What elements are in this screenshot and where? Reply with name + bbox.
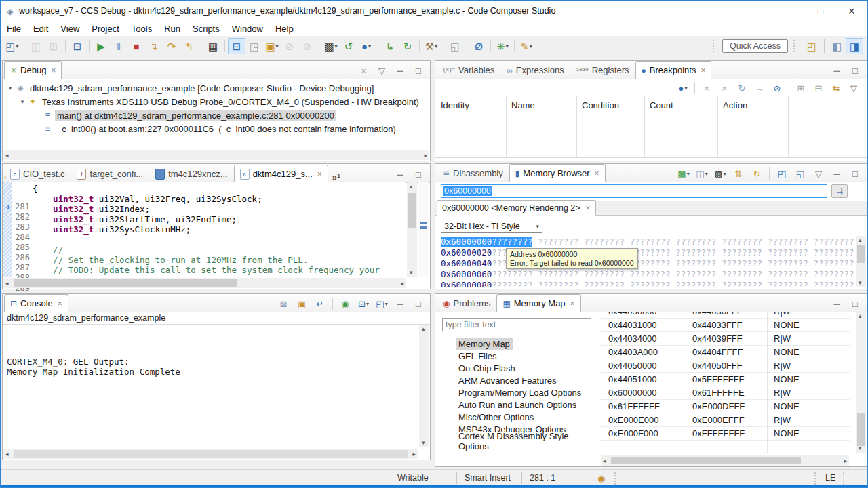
clear-console-button[interactable]: ⊠	[275, 296, 292, 312]
tab-breakpoints[interactable]: ● Breakpoints ×	[635, 61, 712, 79]
maximize-button[interactable]: □	[846, 296, 864, 312]
list-item[interactable]: ARM Advanced Features	[456, 374, 598, 386]
minimize-window-button[interactable]: –	[774, 1, 805, 21]
connect-target-button[interactable]: ⊟	[228, 38, 245, 54]
memory-address-cell[interactable]: 0x60000080	[441, 280, 492, 288]
maximize-button[interactable]: □	[410, 62, 427, 79]
close-tab-icon[interactable]: ×	[317, 169, 322, 179]
memory-address-input[interactable]: 0x60000000	[441, 184, 827, 198]
dropdown-caret-icon[interactable]: ▾	[705, 171, 708, 177]
view-menu-button[interactable]: ▽	[373, 62, 391, 79]
code-line[interactable]: uint32_t ui32StartTime, ui32EndTime;	[33, 214, 406, 224]
link-debug-button[interactable]: ⇆	[827, 80, 845, 96]
memory-address-cell[interactable]: 0x60000020	[441, 247, 492, 258]
close-tab-icon[interactable]: ×	[701, 66, 705, 75]
vertical-scrollbar[interactable]: ▴ ▾	[856, 236, 866, 287]
dropdown-caret-icon[interactable]: ▾	[385, 301, 388, 307]
tab-target-config[interactable]: t target_confi...	[71, 165, 149, 183]
menu-item[interactable]: File	[1, 24, 27, 34]
minimize-button[interactable]: ─	[391, 296, 409, 312]
tab-dktm4c129[interactable]: c dktm4c129_s... ×	[234, 165, 328, 183]
code-line[interactable]: uint32_t ui32SysClockinMHz;	[33, 224, 406, 235]
expand-all-button[interactable]: ⊞	[792, 80, 810, 96]
resume-button[interactable]: ▶	[92, 38, 110, 54]
registers-view-button[interactable]: ▦	[204, 38, 222, 54]
table-row[interactable]: 0x44031000 0x44033FFF NONE	[601, 319, 850, 332]
table-row[interactable]: 0x44034000 0x44039FFF R|W	[601, 332, 850, 346]
open-perspective-button[interactable]: ◰	[803, 38, 821, 54]
code-line[interactable]: uint32_t ui32Val, ui32Freq, ui32SysClock…	[33, 194, 406, 204]
list-item[interactable]: Auto Run and Launch Options	[456, 399, 598, 411]
new-breakpoint-button[interactable]: ● ▾	[674, 80, 692, 96]
pin-console-button[interactable]: ◉	[336, 296, 354, 312]
table-row[interactable]: 0x44051000 0x5FFFFFFF NONE	[601, 373, 850, 386]
console-view-button[interactable]: ⊡	[68, 38, 86, 54]
dropdown-caret-icon[interactable]: ▾	[16, 43, 19, 49]
show-source-button[interactable]: ↻	[733, 80, 751, 96]
memory-target-button[interactable]: ▩ ▾	[675, 165, 692, 182]
tab-expressions[interactable]: ∞ Expressions	[500, 61, 570, 79]
column-header[interactable]: Identity	[441, 100, 469, 110]
column-header[interactable]: Name	[511, 100, 535, 110]
ccs-edit-perspective-button[interactable]: ◧	[828, 38, 846, 54]
code-line[interactable]: {	[33, 184, 406, 194]
minimize-button[interactable]: ─	[828, 296, 846, 312]
close-window-button[interactable]: ✕	[836, 1, 867, 21]
tab-variables[interactable]: (x)= Variables	[437, 61, 500, 79]
memory-address-cell[interactable]: 0x60000060	[441, 269, 492, 279]
column-header[interactable]: Action	[723, 100, 747, 110]
menu-item[interactable]: Edit	[27, 24, 54, 34]
maximize-button[interactable]: □	[410, 296, 427, 312]
editor-gutter[interactable]: ➜▪	[3, 182, 12, 277]
save-all-button[interactable]: ⊞	[45, 38, 62, 54]
list-item[interactable]: Misc/Other Options	[456, 411, 598, 423]
scroll-lock-button[interactable]: ▣	[293, 296, 311, 312]
memory-format-select[interactable]: 32-Bit Hex - TI Style ▾	[441, 220, 542, 233]
dropdown-caret-icon[interactable]: ▾	[435, 43, 437, 49]
tab-tm4c129[interactable]: tm4c129xncz...	[149, 165, 233, 183]
memory-cells[interactable]: ???????? ???????? ???????? ???????? ????…	[492, 269, 854, 279]
table-row[interactable]: 0x60000000 0x61FFFFFE R|W	[601, 386, 850, 400]
tab-memory-browser[interactable]: ▮ Memory Browser ×	[509, 164, 606, 182]
more-tabs-indicator[interactable]: »1	[328, 170, 343, 182]
step-over-button[interactable]: ↷	[163, 38, 180, 54]
list-item[interactable]: Program/Memory Load Options	[456, 386, 598, 399]
tab-registers[interactable]: 1010 Registers	[570, 61, 635, 79]
tab-problems[interactable]: ◉ Problems	[437, 294, 496, 312]
vertical-scrollbar[interactable]: ▴ ▾	[856, 312, 866, 453]
terminate-disconnect-button[interactable]: ⊘	[298, 38, 316, 54]
maximize-button[interactable]: □	[846, 62, 864, 79]
minimize-button[interactable]: ─	[391, 166, 409, 182]
expander-icon[interactable]: ▾	[18, 98, 27, 105]
new-button[interactable]: ◰ ▾	[3, 38, 21, 54]
reset-button[interactable]: ↺	[340, 38, 357, 54]
collapse-all-button[interactable]: ⊟	[810, 80, 827, 96]
dropdown-caret-icon[interactable]: ▾	[276, 43, 279, 49]
menu-item[interactable]: Scripts	[186, 24, 226, 34]
update-memory-button[interactable]: ⇅	[730, 165, 747, 182]
quick-access-button[interactable]: Quick Access	[722, 39, 788, 53]
debug-tree-row[interactable]: ≡ main() at dktm4c129_sdram_performance_…	[3, 108, 430, 122]
console-output[interactable]: CORTEX_M4_0: GEL Output:Memory Map Initi…	[7, 326, 416, 446]
filter-input[interactable]	[442, 318, 591, 331]
close-tab-icon[interactable]: ×	[595, 169, 599, 178]
memory-row[interactable]: 0x60000060 ???????? ???????? ???????? ??…	[441, 268, 854, 279]
go-to-address-button[interactable]: ⇉	[831, 184, 848, 198]
skip-breakpoints-button[interactable]: ⊘	[768, 80, 786, 96]
refresh-button[interactable]: ↻	[399, 38, 416, 54]
step-into-button[interactable]: ↴	[145, 38, 163, 54]
menu-item[interactable]: Window	[226, 24, 269, 34]
table-row[interactable]: 0x44030000 0x44030FFF R|W	[601, 312, 850, 319]
memory-address-cell[interactable]: 0x60000000	[441, 237, 492, 247]
code-line[interactable]: //	[33, 245, 406, 255]
memory-cell-selected[interactable]: ????????	[492, 237, 532, 247]
menu-item[interactable]: View	[54, 24, 85, 34]
remove-breakpoint-button[interactable]: ×	[698, 80, 715, 96]
save-memory-button[interactable]: ◫ ▾	[693, 165, 711, 182]
build-button[interactable]: ⚒ ▾	[422, 38, 440, 54]
menu-item[interactable]: Tools	[125, 24, 158, 34]
menu-item[interactable]: Run	[158, 24, 186, 34]
refresh-memory-button[interactable]: ↻	[748, 165, 766, 182]
terminate-button[interactable]: ■	[127, 38, 145, 54]
table-row[interactable]: 0xE000E000 0xE000EFFF R|W	[601, 413, 850, 427]
